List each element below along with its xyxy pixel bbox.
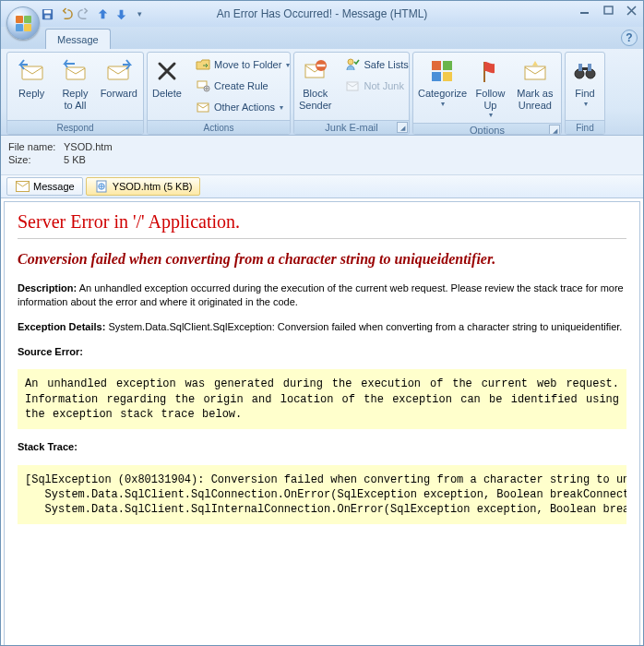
svg-rect-16	[432, 61, 441, 70]
filename-value: YSOD.htm	[64, 141, 113, 152]
svg-rect-25	[582, 67, 588, 70]
safe-lists-icon	[345, 57, 360, 72]
ysod-error-heading: Conversion failed when converting from a…	[18, 250, 626, 269]
svg-rect-7	[108, 66, 128, 79]
size-label: Size:	[8, 154, 64, 165]
divider	[18, 238, 626, 239]
office-orb-button[interactable]	[6, 6, 40, 40]
html-file-icon	[94, 179, 109, 194]
svg-rect-17	[443, 61, 452, 70]
dropdown-icon: ▾	[489, 111, 493, 119]
find-button[interactable]: Find ▾	[566, 54, 603, 110]
follow-up-button[interactable]: Follow Up ▾	[471, 54, 510, 121]
reply-button[interactable]: Reply	[11, 54, 52, 102]
message-body-scroll[interactable]: Server Error in '/' Application. Convers…	[4, 201, 640, 646]
svg-rect-19	[443, 72, 452, 81]
junk-dialog-launcher[interactable]: ◢	[397, 122, 408, 133]
block-sender-button[interactable]: Block Sender	[298, 54, 332, 113]
svg-rect-1	[44, 9, 52, 13]
group-junk: Block Sender Safe Lists▾ Not Junk Jun	[293, 52, 410, 135]
group-options-label: Options◢	[413, 123, 561, 135]
svg-rect-5	[22, 66, 42, 79]
minimize-button[interactable]	[578, 4, 593, 17]
message-tab[interactable]: Message	[6, 177, 83, 196]
ysod-description: Description: An unhandled exception occu…	[18, 281, 626, 309]
svg-rect-2	[45, 15, 51, 18]
binoculars-icon	[570, 56, 600, 86]
rule-icon	[196, 78, 210, 93]
forward-icon	[104, 56, 134, 86]
svg-rect-4	[604, 6, 613, 14]
move-to-folder-button[interactable]: Move to Folder▾	[192, 54, 291, 75]
not-junk-icon	[345, 78, 360, 93]
create-rule-button[interactable]: Create Rule	[192, 76, 291, 96]
ysod-source-error-box: An unhandled exception was generated dur…	[18, 369, 626, 429]
svg-rect-20	[525, 66, 545, 79]
other-actions-icon	[196, 100, 210, 114]
group-junk-label: Junk E-mail◢	[294, 120, 409, 134]
dropdown-icon: ▾	[286, 61, 290, 69]
other-actions-button[interactable]: Other Actions▾	[192, 97, 291, 117]
forward-button[interactable]: Forward	[99, 54, 139, 102]
attachment-info-bar: File name:YSOD.htm Size:5 KB	[1, 136, 643, 175]
undo-icon[interactable]	[58, 6, 74, 22]
ysod-stack-trace-box: [SqlException (0x80131904): Conversion f…	[18, 465, 626, 525]
ysod-exception-details: Exception Details: System.Data.SqlClient…	[18, 320, 626, 334]
save-icon[interactable]	[40, 6, 55, 22]
attachment-tab-row: Message YSOD.htm (5 KB)	[1, 175, 643, 198]
svg-point-14	[348, 59, 353, 65]
window-titlebar: ▾ An Error Has Occurred! - Message (HTML…	[1, 1, 643, 27]
svg-rect-13	[316, 65, 325, 66]
ysod-source-error-label: Source Error:	[18, 345, 626, 359]
dropdown-icon: ▾	[584, 100, 588, 108]
envelope-icon	[15, 179, 30, 194]
options-dialog-launcher[interactable]: ◢	[549, 125, 560, 135]
attachment-tab[interactable]: YSOD.htm (5 KB)	[86, 177, 201, 196]
categorize-icon	[428, 56, 458, 86]
ysod-stack-trace-label: Stack Trace:	[18, 440, 626, 454]
block-sender-icon	[301, 56, 330, 86]
quick-access-toolbar: ▾	[40, 6, 148, 22]
group-respond: Reply Reply to All Forward Respond	[6, 52, 144, 135]
folder-move-icon	[196, 57, 210, 72]
dropdown-icon: ▾	[280, 103, 283, 112]
redo-icon[interactable]	[77, 6, 92, 22]
qat-customize-icon[interactable]: ▾	[132, 6, 148, 22]
categorize-button[interactable]: Categorize ▾	[417, 54, 468, 110]
ribbon-tab-row: Message ?	[1, 27, 643, 49]
tab-message[interactable]: Message	[45, 29, 111, 49]
svg-rect-3	[580, 12, 589, 14]
group-options: Categorize ▾ Follow Up ▾ Mark as Unread …	[412, 52, 562, 135]
not-junk-button: Not Junk	[341, 76, 410, 96]
filename-label: File name:	[8, 141, 64, 152]
help-button[interactable]: ?	[621, 30, 638, 46]
svg-rect-23	[578, 64, 582, 71]
ysod-title: Server Error in '/' Application.	[18, 211, 626, 233]
flag-icon	[475, 56, 505, 86]
group-respond-label: Respond	[7, 120, 143, 134]
prev-item-icon[interactable]	[95, 6, 111, 22]
mark-unread-icon	[520, 56, 550, 86]
safe-lists-button[interactable]: Safe Lists▾	[341, 54, 410, 75]
size-value: 5 KB	[64, 154, 86, 165]
group-actions: Delete Move to Folder▾ Create Rule	[147, 52, 291, 135]
next-item-icon[interactable]	[113, 6, 129, 22]
ysod-page: Server Error in '/' Application. Convers…	[5, 202, 639, 544]
delete-button[interactable]: Delete	[151, 54, 183, 102]
maximize-button[interactable]	[601, 4, 616, 17]
delete-icon	[152, 56, 182, 86]
group-find: Find ▾ Find	[565, 52, 605, 135]
svg-rect-18	[432, 72, 441, 81]
reply-all-icon	[60, 56, 89, 86]
close-button[interactable]	[624, 4, 639, 17]
reply-icon	[17, 56, 46, 86]
group-find-label: Find	[566, 120, 604, 134]
reply-all-button[interactable]: Reply to All	[54, 54, 95, 113]
dropdown-icon: ▾	[441, 100, 445, 108]
ribbon: Reply Reply to All Forward Respond	[1, 49, 643, 136]
mark-unread-button[interactable]: Mark as Unread	[513, 54, 557, 113]
group-actions-label: Actions	[148, 120, 290, 134]
svg-rect-24	[588, 64, 591, 71]
